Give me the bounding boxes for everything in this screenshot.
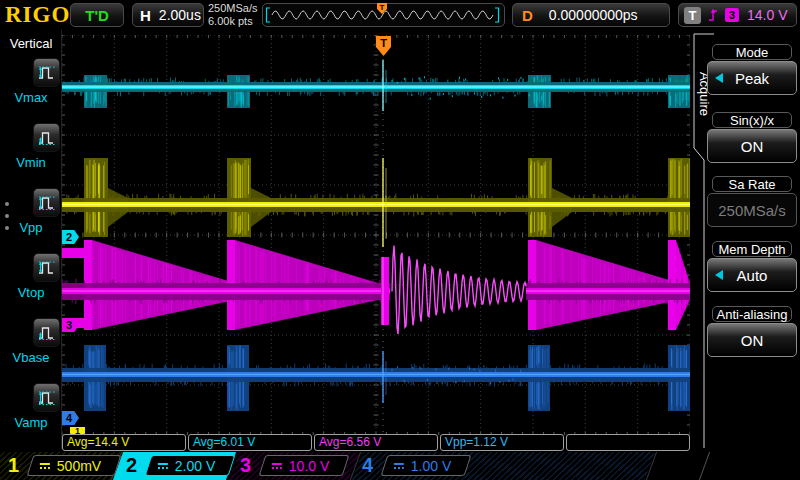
menu-item-sa-rate: Sa Rate 250MSa/s — [707, 176, 797, 227]
channel-status-bar: 1 500mV 2 2.00 V 3 10.0 V 4 1.00 V — [0, 452, 800, 480]
left-menu-vmin-button[interactable] — [33, 123, 60, 152]
menu-item-mem-depth: Mem Depth Auto — [707, 241, 797, 292]
page-dot — [5, 226, 9, 230]
left-menu-item-vtop: Vtop — [0, 253, 62, 315]
measurement-slot-1: Avg=14.4 V — [62, 434, 186, 451]
trigger-source-badge: 3 — [725, 8, 739, 22]
vertical-measure-menu: Vertical Vmax Vmin Vpp Vtop Vbase Vamp — [0, 30, 62, 449]
menu-value-sa-rate[interactable]: 250MSa/s — [707, 193, 797, 227]
measurement-slot-3: Avg=6.56 V — [314, 434, 438, 451]
menu-value-mem-depth[interactable]: Auto — [707, 258, 797, 292]
left-menu-vbase-label: Vbase — [0, 350, 62, 365]
left-menu-vmax-button[interactable] — [33, 58, 60, 87]
left-menu-item-vamp: Vamp — [0, 383, 62, 445]
ch3-scale: 10.0 V — [289, 458, 329, 474]
ch4-scale-box: 1.00 V — [381, 455, 472, 476]
timebase-value: 2.00us — [159, 7, 201, 23]
ch4-number: 4 — [362, 454, 373, 477]
dc-coupling-icon — [394, 463, 404, 469]
page-dot — [5, 202, 9, 206]
left-menu-vamp-label: Vamp — [0, 415, 62, 430]
sample-rate-value: 250MSa/s — [208, 2, 258, 15]
menu-item-mode: Mode Peak — [707, 44, 797, 95]
vbase-icon — [36, 322, 58, 344]
trigger-label: T — [684, 7, 701, 24]
delay-label: D — [522, 7, 533, 24]
rising-edge-icon — [707, 7, 719, 23]
left-menu-vbase-button[interactable] — [33, 318, 60, 347]
vpp-icon — [36, 192, 58, 214]
trigger-status-badge: T'D — [70, 3, 124, 27]
left-menu-vpp-button[interactable] — [33, 188, 60, 217]
vmax-icon — [36, 62, 58, 84]
left-menu-item-vmin: Vmin — [0, 123, 62, 185]
dc-coupling-icon — [158, 463, 168, 469]
memory-points-value: 6.00k pts — [208, 15, 258, 28]
timebase-badge[interactable]: H 2.00us — [132, 3, 204, 27]
ch3-number: 3 — [240, 454, 251, 477]
left-menu-item-vmax: Vmax — [0, 58, 62, 120]
ch2-scale: 2.00 V — [175, 458, 215, 474]
measurement-slot-5 — [566, 434, 690, 451]
ch1-scale: 500mV — [57, 458, 101, 474]
left-menu-vtop-button[interactable] — [33, 253, 60, 282]
horizontal-label: H — [140, 7, 151, 24]
ch1-number: 1 — [8, 454, 19, 477]
measurement-slot-2: Avg=6.01 V — [188, 434, 312, 451]
sample-rate-readout: 250MSa/s 6.00k pts — [208, 2, 258, 28]
dc-coupling-icon — [272, 463, 282, 469]
waveform-display — [62, 35, 690, 435]
trigger-info-badge[interactable]: T 3 14.0 V — [678, 3, 797, 27]
ch3-scale-box: 10.0 V — [259, 455, 350, 476]
page-dot — [5, 214, 9, 218]
left-menu-item-vpp: Vpp — [0, 188, 62, 250]
menu-item-sin-x-x: Sin(x)/x ON — [707, 112, 797, 163]
ch2-number: 2 — [126, 454, 137, 477]
left-menu-vamp-button[interactable] — [33, 383, 60, 412]
dc-coupling-icon — [40, 463, 50, 469]
left-menu-title: Vertical — [0, 36, 62, 51]
divider — [699, 452, 710, 480]
left-menu-vmax-label: Vmax — [0, 90, 62, 105]
oscilloscope-screen: RIGOL T'D H 2.00us 250MSa/s 6.00k pts T … — [0, 0, 800, 480]
left-menu-item-vbase: Vbase — [0, 318, 62, 380]
measurement-row: Avg=14.4 VAvg=6.01 VAvg=6.56 VVpp=1.12 V — [62, 434, 690, 451]
vmin-icon — [36, 127, 58, 149]
left-menu-vpp-label: Vpp — [0, 220, 62, 235]
trigger-level-value: 14.0 V — [747, 7, 787, 23]
delay-badge[interactable]: D 0.00000000ps — [512, 3, 670, 27]
ch4-scale: 1.00 V — [411, 458, 451, 474]
left-menu-vmin-label: Vmin — [0, 155, 62, 170]
left-menu-vtop-label: Vtop — [0, 285, 62, 300]
status-bar: RIGOL T'D H 2.00us 250MSa/s 6.00k pts T … — [0, 0, 800, 30]
measurement-slot-4: Vpp=1.12 V — [440, 434, 564, 451]
left-arrow-icon — [715, 73, 723, 83]
vtop-icon — [36, 257, 58, 279]
menu-value-sin-x-x[interactable]: ON — [707, 129, 797, 163]
acquire-menu: Acquire Mode Peak Sin(x)/x ON Sa Rate 25… — [690, 30, 800, 452]
menu-item-anti-aliasing: Anti-aliasing ON — [707, 306, 797, 357]
ch1-scale-box: 500mV — [27, 455, 122, 476]
menu-value-mode[interactable]: Peak — [707, 61, 797, 95]
delay-value: 0.00000000ps — [549, 7, 638, 23]
trigger-status-text: T'D — [85, 7, 109, 24]
menu-value-anti-aliasing[interactable]: ON — [707, 323, 797, 357]
vamp-icon — [36, 387, 58, 409]
ch2-scale-box: 2.00 V — [145, 455, 236, 476]
left-arrow-icon — [715, 270, 723, 280]
